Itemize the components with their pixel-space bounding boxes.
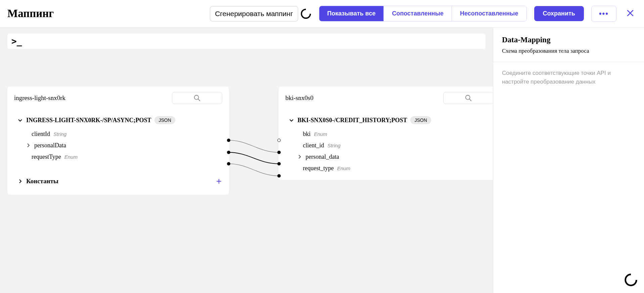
target-panel-header: bki-snx0s0 (279, 87, 493, 109)
command-bar[interactable]: >_ (7, 34, 486, 49)
field-type: String (327, 143, 340, 148)
add-constant-button[interactable]: + (216, 176, 222, 187)
header: Маппинг Сгенерировать маппинг Показывать… (0, 0, 644, 28)
chevron-down-icon (17, 117, 23, 123)
svg-point-1 (304, 12, 307, 15)
more-actions-button[interactable]: ••• (591, 6, 616, 22)
app-logo-icon (624, 273, 638, 287)
constants-section[interactable]: Константы + (7, 162, 229, 189)
svg-point-7 (629, 278, 633, 282)
source-name: ingress-light-snx0rk (14, 94, 172, 102)
field-label: bki (303, 131, 311, 138)
target-port-request_type[interactable] (277, 174, 281, 178)
sidebar-subtitle: Схема преобразования тела запроса (502, 48, 635, 54)
json-badge: JSON (154, 116, 175, 124)
svg-line-3 (198, 99, 200, 101)
save-button[interactable]: Сохранить (534, 6, 584, 21)
sidebar-hint: Соедините соответствующие точки API и на… (502, 69, 635, 86)
target-name: bki-snx0s0 (285, 94, 443, 102)
source-endpoint: INGRESS-LIGHT-SNX0RK-/SP/ASYNC;POST (26, 117, 151, 124)
field-type: Enum (337, 165, 350, 171)
field-request_type[interactable]: request_type Enum (279, 162, 493, 174)
target-endpoint-row[interactable]: BKI-SNX0S0-/CREDIT_HISTORY;POST JSON (279, 109, 493, 128)
field-label: personal_data (306, 153, 339, 160)
search-icon (465, 94, 472, 102)
source-port-clientId[interactable] (227, 139, 230, 142)
close-button[interactable] (624, 8, 637, 19)
chevron-down-icon (289, 117, 294, 123)
field-bki[interactable]: bki Enum (279, 128, 493, 140)
constants-label: Константы (26, 178, 213, 185)
loading-icon (300, 8, 312, 19)
chevron-right-icon (17, 179, 23, 184)
json-badge: JSON (410, 116, 431, 124)
properties-sidebar: Data-Mapping Схема преобразования тела з… (493, 28, 644, 293)
field-label: client_id (303, 142, 324, 149)
source-search[interactable] (172, 92, 222, 104)
target-endpoint: BKI-SNX0S0-/CREDIT_HISTORY;POST (297, 117, 407, 124)
source-port-personalData[interactable] (227, 151, 230, 154)
field-label: clientId (32, 131, 50, 138)
chevron-right-icon (26, 143, 31, 148)
source-endpoint-row[interactable]: INGRESS-LIGHT-SNX0RK-/SP/ASYNC;POST JSON (7, 109, 229, 128)
target-search[interactable] (443, 92, 493, 104)
source-port-requestType[interactable] (227, 162, 230, 165)
filter-show-all[interactable]: Показывать все (319, 6, 384, 21)
target-port-bki[interactable] (277, 139, 281, 142)
field-personalData[interactable]: personalData (7, 140, 229, 151)
target-port-personal_data[interactable] (277, 162, 281, 165)
divider (493, 62, 644, 62)
field-type: String (53, 131, 66, 137)
filter-tabs: Показывать все Сопоставленные Несопостав… (319, 6, 527, 21)
field-label: personalData (34, 142, 66, 149)
field-type: Enum (64, 154, 78, 160)
mapping-canvas: >_ ingress-light-snx0rk INGRESS-LIGHT-SN… (0, 28, 493, 293)
target-panel: bki-snx0s0 BKI-SNX0S0-/CREDIT_HISTORY;PO… (279, 87, 493, 180)
field-label: requestType (32, 153, 61, 160)
field-requestType[interactable]: requestType Enum (7, 151, 229, 162)
field-clientId[interactable]: clientId String (7, 128, 229, 140)
chevron-right-icon (297, 154, 302, 159)
field-personal_data[interactable]: personal_data (279, 151, 493, 162)
page-title: Маппинг (7, 7, 54, 20)
filter-unmatched[interactable]: Несопоставленные (452, 6, 526, 21)
field-client_id[interactable]: client_id String (279, 140, 493, 151)
target-port-client_id[interactable] (277, 151, 281, 154)
filter-matched[interactable]: Сопоставленные (384, 6, 452, 21)
source-panel-header: ingress-light-snx0rk (7, 87, 229, 109)
generate-mapping-button[interactable]: Сгенерировать маппинг (210, 6, 298, 21)
terminal-icon: >_ (11, 36, 22, 46)
header-actions: Сгенерировать маппинг Показывать все Соп… (210, 6, 637, 22)
generate-group: Сгенерировать маппинг (210, 6, 311, 21)
command-input[interactable] (26, 38, 481, 44)
source-panel: ingress-light-snx0rk INGRESS-LIGHT-SNX0R… (7, 87, 229, 195)
field-type: Enum (314, 131, 327, 137)
field-label: request_type (303, 165, 334, 172)
svg-line-5 (469, 99, 471, 101)
body: >_ ingress-light-snx0rk INGRESS-LIGHT-SN… (0, 28, 644, 293)
search-icon (193, 94, 201, 102)
sidebar-title: Data-Mapping (502, 36, 635, 44)
